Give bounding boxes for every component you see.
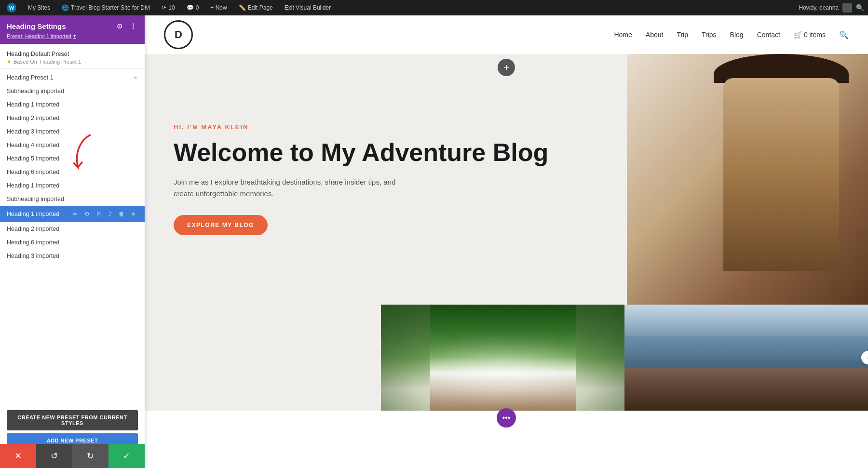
site-name-item[interactable]: 🌐 Travel Blog Starter Site for Divi bbox=[59, 0, 153, 15]
list-item[interactable]: Heading 2 imported bbox=[0, 222, 145, 236]
star-preset-btn[interactable]: ★ bbox=[128, 209, 138, 219]
search-icon[interactable]: 🔍 bbox=[856, 4, 864, 12]
preset-list: Heading Default Preset ★ Based On: Headi… bbox=[0, 44, 145, 405]
nav-trips[interactable]: Trips bbox=[702, 31, 717, 39]
my-sites-label: My Sites bbox=[28, 4, 50, 11]
redo-btn[interactable]: ↻ bbox=[72, 444, 108, 468]
site-nav-links: Home About Trip Trips Blog Contact 🛒 0 i… bbox=[614, 30, 849, 40]
sidebar-header-icons: ⊙ ⋮ bbox=[115, 21, 138, 31]
edit-preset-btn[interactable]: ✏ bbox=[70, 209, 80, 219]
nav-search-icon[interactable]: 🔍 bbox=[839, 30, 849, 40]
new-item-label: + New bbox=[210, 4, 227, 11]
wp-logo-item[interactable]: W bbox=[4, 0, 19, 15]
sync-icon[interactable]: ⊙ bbox=[115, 21, 124, 31]
nav-about[interactable]: About bbox=[646, 31, 664, 39]
list-item[interactable]: Subheading imported bbox=[0, 192, 145, 206]
preset-name: Heading 1 imported bbox=[7, 182, 138, 189]
gallery-lake bbox=[624, 305, 868, 411]
list-item[interactable]: Heading 3 imported bbox=[0, 125, 145, 138]
default-preset-title[interactable]: Heading Default Preset bbox=[7, 51, 138, 57]
create-preset-btn[interactable]: CREATE NEW PRESET FROM CURRENT STYLES bbox=[7, 410, 138, 430]
nav-trip[interactable]: Trip bbox=[677, 31, 688, 39]
comments-icon: 💬 bbox=[187, 4, 194, 11]
site-favicon-icon: 🌐 bbox=[62, 4, 69, 11]
preset-name: Heading 4 imported bbox=[7, 142, 138, 148]
sidebar-header-title: Heading Settings ⊙ ⋮ bbox=[7, 21, 138, 31]
nav-cart[interactable]: 🛒 0 items bbox=[794, 31, 826, 39]
hero-section: HI, I'M MAYA KLEIN Welcome to My Adventu… bbox=[145, 54, 868, 305]
admin-bar: W My Sites 🌐 Travel Blog Starter Site fo… bbox=[0, 0, 868, 15]
star-icon: ★ bbox=[7, 58, 12, 65]
hero-body: Join me as I explore breathtaking destin… bbox=[174, 176, 405, 200]
preset-name: Subheading imported bbox=[7, 196, 138, 202]
gallery-spacer bbox=[145, 305, 381, 411]
list-item[interactable]: Heading 2 imported bbox=[0, 111, 145, 125]
more-options-icon[interactable]: ⋮ bbox=[128, 21, 138, 31]
default-preset-group: Heading Default Preset ★ Based On: Headi… bbox=[0, 47, 145, 69]
add-section-btn[interactable]: + bbox=[498, 59, 515, 76]
admin-bar-right: Howdy, deanna 🔍 bbox=[799, 3, 865, 13]
preset-name: Heading 5 imported bbox=[7, 155, 138, 162]
edit-page-btn[interactable]: ✏️ Edit Page bbox=[236, 0, 276, 15]
nav-contact[interactable]: Contact bbox=[757, 31, 780, 39]
undo-btn[interactable]: ↺ bbox=[36, 444, 72, 468]
preset-name: Subheading imported bbox=[7, 88, 138, 94]
duplicate-preset-btn[interactable]: ⎘ bbox=[94, 209, 103, 219]
list-item[interactable]: Subheading imported bbox=[0, 84, 145, 98]
preset-name: Heading 2 imported bbox=[7, 115, 138, 121]
site-preview: D Home About Trip Trips Blog Contact 🛒 0… bbox=[145, 15, 868, 468]
list-item[interactable]: Heading Preset 1 ★ bbox=[0, 71, 145, 84]
bottom-bar: ✕ ↺ ↻ ✓ bbox=[0, 444, 145, 468]
user-greeting: Howdy, deanna bbox=[799, 4, 839, 11]
active-preset-item[interactable]: Heading 1 imported ✏ ⚙ ⎘ ⤴ 🗑 ★ bbox=[0, 206, 145, 222]
explore-blog-btn[interactable]: EXPLORE MY BLOG bbox=[174, 215, 268, 235]
panel-title: Heading Settings bbox=[7, 22, 66, 30]
list-item[interactable]: Heading 1 imported bbox=[0, 179, 145, 192]
module-settings-btn[interactable]: ••• bbox=[497, 408, 516, 428]
save-btn[interactable]: ✓ bbox=[108, 444, 145, 468]
default-preset-based: ★ Based On: Heading Preset 1 bbox=[7, 58, 138, 65]
cart-icon: 🛒 bbox=[794, 31, 802, 39]
preset-name: Heading 3 imported bbox=[7, 253, 138, 259]
site-nav: D Home About Trip Trips Blog Contact 🛒 0… bbox=[145, 15, 868, 54]
list-item[interactable]: Heading 6 imported bbox=[0, 165, 145, 179]
preset-name: Heading 2 imported bbox=[7, 226, 138, 232]
redo-icon: ↻ bbox=[87, 451, 94, 461]
based-on-label: Based On: Heading Preset 1 bbox=[14, 59, 81, 65]
exit-builder-label: Exit Visual Builder bbox=[285, 4, 331, 11]
export-preset-btn[interactable]: ⤴ bbox=[105, 209, 115, 219]
cancel-icon: ✕ bbox=[14, 451, 22, 461]
preset-name: Heading 6 imported bbox=[7, 169, 138, 175]
preset-dropdown-icon: ▾ bbox=[73, 33, 76, 39]
wp-icon: W bbox=[7, 3, 16, 13]
preset-label-text: Preset: Heading 1 imported bbox=[7, 33, 71, 39]
undo-icon: ↺ bbox=[51, 451, 58, 461]
my-sites-item[interactable]: My Sites bbox=[25, 0, 53, 15]
comments-item[interactable]: 💬 0 bbox=[184, 0, 202, 15]
cancel-btn[interactable]: ✕ bbox=[0, 444, 36, 468]
list-item[interactable]: Heading 3 imported bbox=[0, 249, 145, 263]
site-name-label: Travel Blog Starter Site for Divi bbox=[71, 4, 150, 11]
list-item[interactable]: Heading 6 imported bbox=[0, 236, 145, 249]
settings-preset-btn[interactable]: ⚙ bbox=[82, 209, 92, 219]
preset-name: Heading 3 imported bbox=[7, 128, 138, 135]
comments-count: 0 bbox=[196, 4, 199, 11]
list-item[interactable]: Heading 4 imported bbox=[0, 138, 145, 152]
list-item[interactable]: Heading 5 imported bbox=[0, 152, 145, 165]
nav-home[interactable]: Home bbox=[614, 31, 632, 39]
preset-name: Heading 6 imported bbox=[7, 239, 138, 246]
new-item-btn[interactable]: + New bbox=[207, 0, 230, 15]
logo-text: D bbox=[175, 28, 182, 41]
nav-blog[interactable]: Blog bbox=[730, 31, 744, 39]
delete-preset-btn[interactable]: 🗑 bbox=[117, 209, 126, 219]
star-icon: ★ bbox=[133, 75, 138, 81]
hero-image bbox=[627, 54, 868, 305]
gallery-waterfall bbox=[381, 305, 624, 411]
preset-label[interactable]: Preset: Heading 1 imported ▾ bbox=[7, 33, 138, 39]
sidebar-panel: Heading Settings ⊙ ⋮ Preset: Heading 1 i… bbox=[0, 15, 145, 468]
list-item[interactable]: Heading 1 imported bbox=[0, 98, 145, 111]
updates-item[interactable]: ⟳ 10 bbox=[159, 0, 177, 15]
active-preset-name: Heading 1 imported bbox=[7, 211, 70, 217]
exit-builder-btn[interactable]: Exit Visual Builder bbox=[282, 0, 334, 15]
hero-subtitle: HI, I'M MAYA KLEIN bbox=[174, 123, 598, 131]
